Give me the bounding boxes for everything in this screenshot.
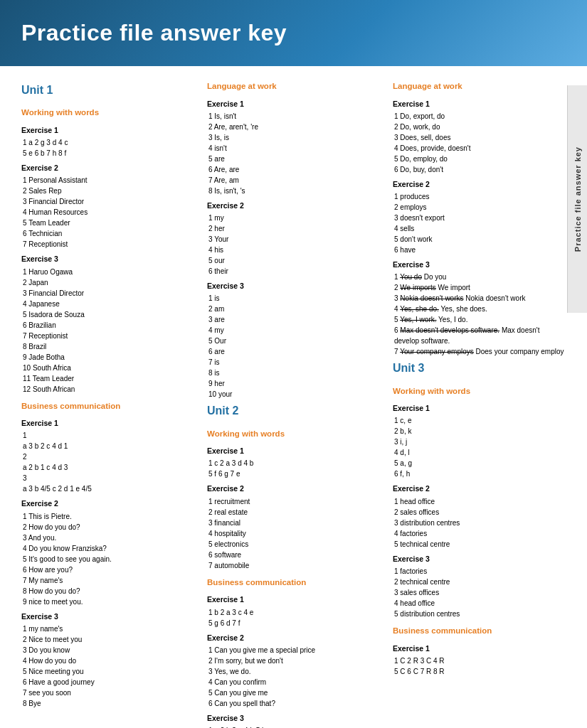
list-item: 5 Do, employ, do [394,154,566,164]
list-item: 1 [23,430,194,441]
exercise-content: 1 Is, isn't2 Are, aren't, 're3 Is, is4 i… [207,111,380,196]
list-item: 7 Receptionist [23,239,194,250]
section-title: Business communication [207,577,380,589]
exercise-content: 1 c, e2 b, k3 i, j4 d, l5 a, g6 f, h [393,415,566,479]
side-tab: Practice file answer key [567,85,587,313]
list-item: 6 Max doesn't develops software. Max doe… [394,325,566,346]
list-item: 5 g 6 d 7 f [208,618,380,628]
list-item: 5 are [208,154,380,164]
lang-at-work-title: Language at work [207,80,380,92]
list-item: 3 Is, is [208,132,380,143]
list-item: 3 Does, sell, does [394,132,566,143]
exercise-content: 1 head office2 sales offices3 distributi… [393,496,566,550]
exercise-label: Exercise 3 [21,254,194,264]
list-item: 1 factories [394,566,566,577]
list-item: 5 Can you give me [208,687,380,698]
section-title: Working with words [21,107,194,119]
list-item: 1 Can you give me a special price [208,645,380,655]
list-item: 3 distribution centres [394,518,566,528]
exercise-content: 1a 3 b 2 c 4 d 12a 2 b 1 c 4 d 33a 3 b 4… [21,430,194,494]
list-item: 5 technical centre [394,539,566,550]
list-item: 5 e 6 b 7 h 8 f [23,148,194,159]
list-item: 5 our [208,255,380,266]
exercise-content: 1 factories2 technical centre3 sales off… [393,566,566,619]
list-item: 1 Haruo Ogawa [23,267,194,277]
list-item: 7 My name's [23,575,194,586]
list-item: 1 my [208,213,380,223]
exercise-label: Exercise 3 [393,554,566,564]
main-content: Unit 1Working with wordsExercise 11 a 2 … [0,79,587,728]
list-item: 1 a 2 g 3 d 4 c [23,137,194,148]
list-item: 3 Your [208,234,380,245]
list-item: 2 Are, aren't, 're [208,122,380,132]
exercise-label: Exercise 2 [207,200,380,211]
list-item: 2 [23,451,194,462]
list-item: 1 b 2 a 3 c 4 e [208,607,380,618]
list-item: 4 d, l [394,447,566,458]
section-title: Working with words [393,385,566,397]
exercise-content: 1 Haruo Ogawa2 Japan3 Financial Director… [21,267,194,395]
list-item: 2 b, k [394,426,566,437]
list-item: a 3 b 2 c 4 d 1 [23,441,194,451]
section-title: Business communication [393,625,566,637]
list-item: 8 Brazil [23,341,194,352]
list-item: 2 Nice to meet you [23,634,194,645]
list-item: 2 Sales Rep [23,186,194,196]
list-item: 7 Receptionist [23,331,194,341]
list-item: 3 sales offices [394,587,566,598]
exercise-label: Exercise 1 [21,418,194,429]
exercise-label: Exercise 2 [393,179,566,190]
list-item: 1 head office [394,496,566,507]
list-item: 7 is [208,357,380,368]
list-item: 6 Brazilian [23,320,194,331]
exercise-label: Exercise 2 [393,483,566,494]
list-item: 6 How are you? [23,564,194,575]
exercise-content: 1 my2 her3 Your4 his5 our6 their [207,213,380,277]
exercise-content: 1 Personal Assistant2 Sales Rep3 Financi… [21,175,194,250]
list-item: 5 don't work [394,234,566,245]
list-item: 1 C 2 R 3 C 4 R [394,655,566,666]
list-item: 5 a, g [394,458,566,469]
list-item: 3 [23,473,194,483]
list-item: 3 Do you know [23,645,194,655]
list-item: 9 nice to meet you. [23,596,194,607]
list-item: 7 see you soon [23,687,194,698]
list-item: 2 sales offices [394,507,566,518]
list-item: 3 Nokia doesn't works Nokia doesn't work [394,293,566,304]
page-title: Practice file answer key [21,20,287,46]
exercise-label: Exercise 1 [393,99,566,109]
exercise-label: Exercise 2 [207,633,380,643]
list-item: 2 real estate [208,507,380,518]
list-item: 5 Team Leader [23,218,194,228]
list-item: 7 automobile [208,560,380,571]
list-item: 8 Bye [23,698,194,709]
exercise-content: 1 my name's2 Nice to meet you3 Do you kn… [21,623,194,709]
list-item: 5 electronics [208,539,380,550]
list-item: 3 And you. [23,532,194,543]
exercise-content: 1 b 2 a 3 c 4 e5 g 6 d 7 f [207,607,380,628]
exercise-label: Exercise 2 [21,163,194,173]
list-item: 2 her [208,223,380,234]
list-item: 6 Do, buy, don't [394,164,566,175]
list-item: 4 Do you know Franziska? [23,543,194,554]
list-item: 1 my name's [23,623,194,634]
list-item: 6 Technician [23,228,194,239]
list-item: 4 Can you confirm [208,677,380,687]
exercise-label: Exercise 3 [207,281,380,291]
list-item: 4 Japanese [23,299,194,309]
section-title: Business communication [21,400,194,412]
exercise-content: 1 Can you give me a special price2 I'm s… [207,645,380,709]
list-item: 3 Financial Director [23,288,194,299]
list-item: 8 How do you do? [23,586,194,596]
list-item: 4 my [208,325,380,336]
list-item: a 3 b 4/5 c 2 d 1 e 4/5 [23,483,194,494]
unit-title: Unit 2 [207,402,380,419]
exercise-label: Exercise 1 [207,594,380,605]
list-item: 1 This is Pietre. [23,511,194,522]
list-item: 6 their [208,266,380,277]
list-item: 4 isn't [208,143,380,154]
list-item: 3 Financial Director [23,196,194,207]
list-item: 7 Are, am [208,175,380,186]
list-item: 3 i, j [394,437,566,447]
list-item: 4 his [208,245,380,255]
